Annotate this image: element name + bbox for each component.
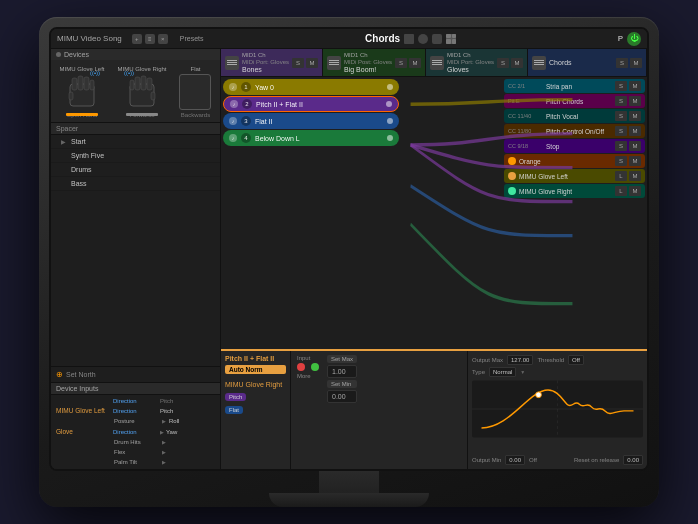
gesture-3-end [387, 118, 393, 124]
mapper-device-title: MIMU Glove Right [225, 381, 286, 388]
chord-4-s-btn[interactable]: S [616, 58, 628, 68]
target-strip-glove-left[interactable]: MIMU Glove Left L M [504, 169, 645, 183]
mapper-title: Pitch II + Flat II [225, 355, 286, 362]
chord-label: Chords [365, 33, 400, 44]
svg-rect-4 [90, 80, 94, 90]
track-item-start[interactable]: ▶ Start [51, 135, 220, 149]
track-name-drums: Drums [71, 166, 215, 173]
chord-3-s-btn[interactable]: S [497, 58, 509, 68]
type-value[interactable]: Normal [489, 367, 516, 377]
chord-4-name: Chords [549, 59, 572, 66]
stop-m-btn[interactable]: M [629, 141, 641, 151]
glove-flat-bottom: Backwards [181, 112, 210, 118]
chord-3-m-btn[interactable]: M [511, 58, 523, 68]
glove-left-l-btn[interactable]: L [615, 171, 627, 181]
input-value-box[interactable]: 1.00 [327, 365, 357, 378]
add-icon[interactable]: + [132, 34, 142, 44]
pitch-chords-m-btn[interactable]: M [629, 96, 641, 106]
glove-right-m-btn[interactable]: M [629, 186, 641, 196]
orange-s-btn[interactable]: S [615, 156, 627, 166]
stria-m-btn[interactable]: M [629, 81, 641, 91]
presets-label[interactable]: Presets [180, 35, 204, 42]
target-strip-stria[interactable]: CC 2/1 Stria pan S M [504, 79, 645, 93]
set-north[interactable]: ⊕ Set North [51, 366, 220, 382]
mapper-flat-btn[interactable]: Flat [225, 406, 243, 414]
glove-right-l-btn[interactable]: L [615, 186, 627, 196]
auto-norm-btn[interactable]: Auto Norm [225, 365, 286, 374]
track-item-drums[interactable]: Drums [51, 163, 220, 177]
settings-icon[interactable] [432, 34, 442, 44]
gesture-strip-3[interactable]: ♪ 3 Flat II [223, 113, 399, 129]
chord-4-m-btn[interactable]: M [630, 58, 642, 68]
target-strip-pitch-ctrl[interactable]: CC 11/80 Pitch Control On/Off S M [504, 124, 645, 138]
set-max-btn[interactable]: Set Max [327, 355, 357, 363]
target-strip-orange[interactable]: Orange S M [504, 154, 645, 168]
chord-block-1-info: MID1 Ch MIDi Port: Gloves Bones [242, 52, 289, 73]
palmtilt-arrow: ▶ [162, 459, 166, 465]
chord-block-2[interactable]: MID1 Ch MIDi Post: Gloves Big Boom! S M [323, 49, 426, 76]
target-pitch-vocal-sm: S M [615, 111, 641, 121]
glove-right-icon: ((•)) [126, 74, 158, 110]
grid-icon[interactable] [446, 34, 456, 44]
chord-1-m-btn[interactable]: M [306, 58, 318, 68]
threshold-value[interactable]: Off [568, 355, 584, 365]
gesture-4-num: 4 [241, 133, 251, 143]
target-strip-pitch-chords[interactable]: Pit E Pitch Chords S M [504, 94, 645, 108]
reset-value[interactable]: 0.00 [623, 455, 643, 465]
output-min-value[interactable]: 0.00 [505, 455, 525, 465]
menu-icon[interactable]: ≡ [145, 34, 155, 44]
chord-2-port: MIDi Post: Gloves [344, 59, 392, 65]
gesture-strip-2[interactable]: ♪ 2 Pitch II + Flat II [223, 96, 399, 112]
bottom-panel: Pitch II + Flat II Auto Norm MIMU Glove … [221, 349, 647, 469]
glove-left-m-btn[interactable]: M [629, 171, 641, 181]
target-strip-glove-right[interactable]: MIMU Glove Right L M [504, 184, 645, 198]
inputs-sub-row-drumhits: Drum Hits ▶ [53, 437, 218, 447]
target-pitch-vocal-cc: CC 11/40 [508, 113, 543, 119]
close-icon[interactable]: × [158, 34, 168, 44]
type-dropdown[interactable]: ▼ [520, 369, 525, 375]
chord-2-m-btn[interactable]: M [409, 58, 421, 68]
track-item-bass[interactable]: Bass [51, 177, 220, 191]
chord-1-s-btn[interactable]: S [292, 58, 304, 68]
pitch-vocal-s-btn[interactable]: S [615, 111, 627, 121]
chord-strip-row: MID1 Ch MIDi Port: Gloves Bones S M [221, 49, 647, 77]
track-item-synth[interactable]: Synth Five [51, 149, 220, 163]
chord-3-name: Gloves [447, 66, 494, 73]
chord-block-3[interactable]: MID1 Ch MIDi Port: Gloves Gloves S M [426, 49, 528, 76]
output-max-value[interactable]: 127.00 [507, 355, 533, 365]
reset-label: Reset on release [574, 457, 619, 463]
gesture-strip-1[interactable]: ♪ 1 Yaw 0 [223, 79, 399, 95]
glove-flat-item: Flat Backwards [179, 66, 211, 118]
target-strip-stop[interactable]: CC 9/18 Stop S M [504, 139, 645, 153]
bottom-left: Pitch II + Flat II Auto Norm MIMU Glove … [221, 351, 291, 469]
chord-block-4[interactable]: Chords S M [528, 49, 647, 76]
gesture-4-end [387, 135, 393, 141]
target-stria-name: Stria pan [546, 83, 612, 90]
glove-l-dot [508, 172, 516, 180]
svg-rect-10 [130, 80, 134, 90]
gesture-strip-4[interactable]: ♪ 4 Below Down L [223, 130, 399, 146]
pitch-value: Pitch [160, 408, 190, 414]
off-label: Off [529, 457, 537, 463]
pitch-vocal-m-btn[interactable]: M [629, 111, 641, 121]
pitch-ctrl-s-btn[interactable]: S [615, 126, 627, 136]
glove-center-item: MIMU Glove Right ((•)) [117, 66, 166, 118]
target-strips: CC 2/1 Stria pan S M Pit E Pitch C [502, 77, 647, 349]
target-strip-pitch-vocal[interactable]: CC 11/40 Pitch Vocal S M [504, 109, 645, 123]
output-max-label: Output Max [472, 357, 503, 363]
person-icon[interactable] [418, 34, 428, 44]
posture-label: Posture [114, 418, 159, 424]
chord-block-1[interactable]: MID1 Ch MIDi Port: Gloves Bones S M [221, 49, 323, 76]
target-glove-left-sm: L M [615, 171, 641, 181]
chord-2-s-btn[interactable]: S [395, 58, 407, 68]
stria-s-btn[interactable]: S [615, 81, 627, 91]
pitch-ctrl-m-btn[interactable]: M [629, 126, 641, 136]
mapper-gesture-btn[interactable]: Pitch [225, 393, 246, 401]
stop-s-btn[interactable]: S [615, 141, 627, 151]
set-min-btn[interactable]: Set Min [327, 380, 357, 388]
set-min-value-box: 0.00 [327, 390, 357, 403]
orange-m-btn[interactable]: M [629, 156, 641, 166]
pencil-icon[interactable] [404, 34, 414, 44]
power-button[interactable]: ⏻ [627, 32, 641, 46]
pitch-chords-s-btn[interactable]: S [615, 96, 627, 106]
